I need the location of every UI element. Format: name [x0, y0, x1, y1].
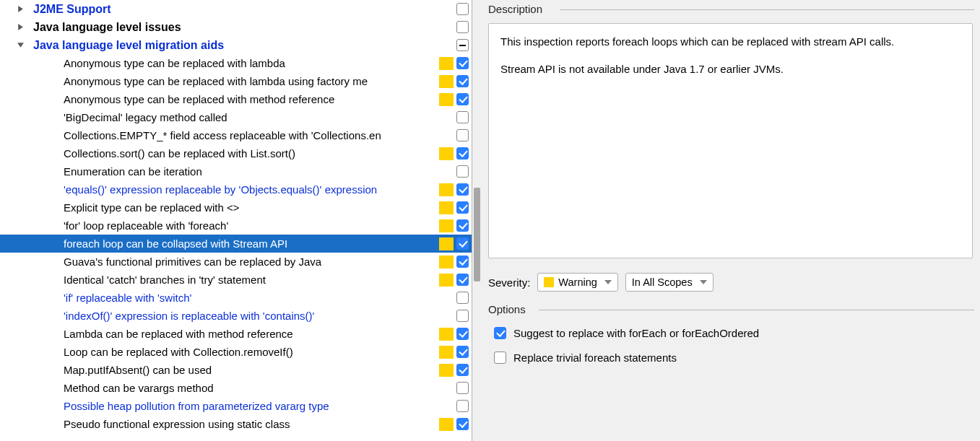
severity-marker — [439, 147, 454, 160]
tree-item[interactable]: 'indexOf()' expression is replaceable wi… — [0, 307, 472, 325]
group-checkbox[interactable] — [456, 39, 469, 51]
item-label: Anonymous type can be replaced with lamb… — [64, 72, 368, 90]
item-label: Identical 'catch' branches in 'try' stat… — [64, 271, 266, 289]
item-checkbox[interactable] — [456, 346, 469, 358]
item-checkbox[interactable] — [456, 129, 469, 141]
tree-item[interactable]: 'equals()' expression replaceable by 'Ob… — [0, 180, 472, 198]
item-label: 'if' replaceable with 'switch' — [64, 289, 191, 307]
scrollbar-thumb[interactable] — [474, 188, 480, 281]
tree-item[interactable]: 'for' loop replaceable with 'foreach' — [0, 217, 472, 235]
item-checkbox[interactable] — [456, 147, 469, 160]
scope-dropdown[interactable]: In All Scopes — [625, 273, 714, 292]
severity-marker — [439, 219, 454, 232]
severity-value: Warning — [558, 276, 597, 288]
item-label: Explicit type can be replaced with <> — [64, 198, 239, 217]
tree-group[interactable]: Java language level migration aids — [0, 36, 472, 54]
item-checkbox[interactable] — [456, 274, 469, 286]
item-checkbox[interactable] — [456, 237, 469, 250]
tree-item[interactable]: Identical 'catch' branches in 'try' stat… — [0, 271, 472, 289]
options-header: Options — [481, 300, 980, 318]
tree-item[interactable]: foreach loop can be collapsed with Strea… — [0, 235, 472, 253]
item-label: foreach loop can be collapsed with Strea… — [64, 235, 287, 253]
chevron-down-icon — [604, 280, 612, 284]
severity-label: Severity: — [488, 276, 530, 289]
severity-dropdown[interactable]: Warning — [537, 273, 617, 292]
tree-item[interactable]: Collections.sort() can be replaced with … — [0, 144, 472, 162]
group-label: Java language level migration aids — [33, 39, 224, 52]
option-label: Suggest to replace with forEach or forEa… — [513, 327, 759, 339]
item-checkbox[interactable] — [456, 57, 469, 69]
tree-item[interactable]: Map.putIfAbsent() can be used — [0, 361, 472, 379]
item-checkbox[interactable] — [456, 165, 469, 178]
description-title: Description — [488, 3, 548, 15]
expand-icon[interactable] — [16, 41, 25, 49]
item-checkbox[interactable] — [456, 111, 469, 123]
severity-marker — [439, 346, 454, 359]
tree-item[interactable]: Anonymous type can be replaced with lamb… — [0, 54, 472, 72]
expand-icon[interactable] — [16, 23, 25, 31]
tree-item[interactable]: Anonymous type can be replaced with lamb… — [0, 72, 472, 90]
tree-item[interactable]: 'if' replaceable with 'switch' — [0, 289, 472, 307]
inspections-tree[interactable]: J2ME SupportJava language level issuesJa… — [0, 0, 472, 441]
description-box: This inspection reports foreach loops wh… — [488, 23, 973, 258]
item-checkbox[interactable] — [456, 418, 469, 430]
options-title: Options — [488, 303, 532, 315]
severity-marker — [439, 201, 454, 214]
item-label: Guava's functional primitives can be rep… — [64, 253, 321, 271]
severity-marker — [439, 418, 454, 431]
description-header: Description — [481, 0, 980, 17]
item-label: Method can be varargs method — [64, 379, 214, 397]
item-label: Collections.sort() can be replaced with … — [64, 144, 295, 162]
item-label: Pseudo functional expression using stati… — [64, 415, 290, 433]
severity-marker — [439, 274, 454, 287]
tree-item[interactable]: Loop can be replaced with Collection.rem… — [0, 343, 472, 361]
expand-icon[interactable] — [16, 5, 25, 13]
group-checkbox[interactable] — [456, 3, 469, 15]
tree-group[interactable]: J2ME Support — [0, 0, 472, 18]
option-checkbox[interactable] — [494, 352, 506, 364]
item-label: Map.putIfAbsent() can be used — [64, 361, 212, 379]
item-label: 'indexOf()' expression is replaceable wi… — [64, 307, 314, 325]
item-checkbox[interactable] — [456, 219, 469, 232]
tree-group[interactable]: Java language level issues — [0, 18, 472, 36]
item-checkbox[interactable] — [456, 256, 469, 268]
option-label: Replace trivial foreach statements — [513, 352, 677, 364]
item-checkbox[interactable] — [456, 201, 469, 214]
item-checkbox[interactable] — [456, 183, 469, 196]
tree-item[interactable]: Method can be varargs method — [0, 379, 472, 397]
item-label: Loop can be replaced with Collection.rem… — [64, 343, 293, 361]
severity-marker — [439, 183, 454, 196]
severity-row: Severity: Warning In All Scopes — [481, 268, 980, 300]
option-checkbox[interactable] — [494, 327, 506, 339]
item-checkbox[interactable] — [456, 292, 469, 304]
group-checkbox[interactable] — [456, 21, 469, 33]
option-suggest-foreach[interactable]: Suggest to replace with forEach or forEa… — [488, 320, 973, 345]
severity-swatch — [544, 277, 554, 287]
item-label: Enumeration can be iteration — [64, 162, 202, 180]
item-label: Anonymous type can be replaced with lamb… — [64, 54, 285, 72]
tree-item[interactable]: 'BigDecimal' legacy method called — [0, 108, 472, 126]
item-label: Lambda can be replaced with method refer… — [64, 325, 293, 343]
item-checkbox[interactable] — [456, 75, 469, 87]
tree-item[interactable]: Explicit type can be replaced with <> — [0, 198, 472, 217]
severity-marker — [439, 75, 454, 88]
item-checkbox[interactable] — [456, 382, 469, 394]
vertical-scrollbar[interactable] — [472, 0, 481, 441]
tree-item[interactable]: Possible heap pollution from parameteriz… — [0, 397, 472, 415]
item-checkbox[interactable] — [456, 400, 469, 412]
option-replace-trivial[interactable]: Replace trivial foreach statements — [488, 345, 973, 370]
tree-item[interactable]: Anonymous type can be replaced with meth… — [0, 90, 472, 108]
tree-item[interactable]: Guava's functional primitives can be rep… — [0, 253, 472, 271]
item-checkbox[interactable] — [456, 93, 469, 105]
tree-item[interactable]: Pseudo functional expression using stati… — [0, 415, 472, 433]
tree-item[interactable]: Lambda can be replaced with method refer… — [0, 325, 472, 343]
group-label: Java language level issues — [33, 21, 181, 34]
tree-item[interactable]: Enumeration can be iteration — [0, 162, 472, 180]
item-checkbox[interactable] — [456, 364, 469, 376]
resize-handle[interactable] — [481, 261, 980, 268]
group-label: J2ME Support — [33, 3, 111, 16]
item-checkbox[interactable] — [456, 310, 469, 322]
tree-item[interactable]: Collections.EMPTY_* field access replace… — [0, 126, 472, 144]
severity-marker — [439, 364, 454, 377]
item-checkbox[interactable] — [456, 328, 469, 340]
